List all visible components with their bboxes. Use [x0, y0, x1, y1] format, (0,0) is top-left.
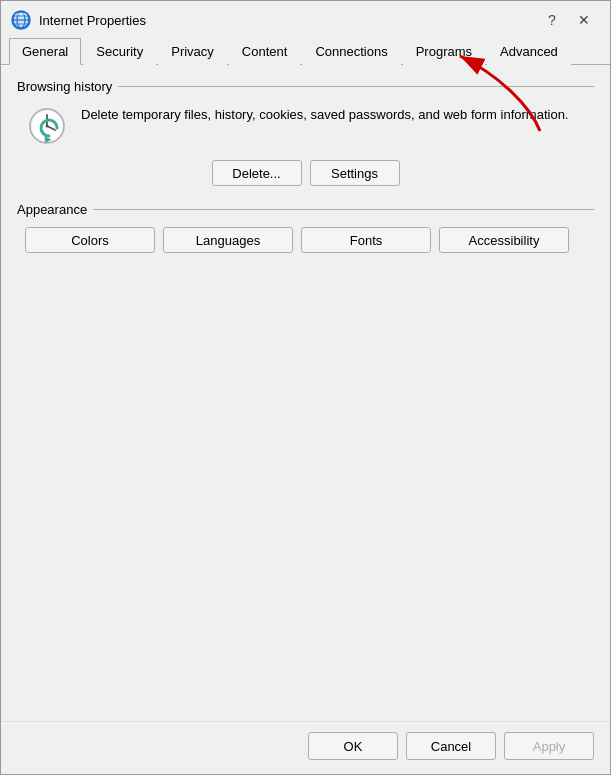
- history-description: Delete temporary files, history, cookies…: [81, 104, 586, 124]
- browsing-history-label-row: Browsing history: [17, 79, 594, 94]
- fonts-button[interactable]: Fonts: [301, 227, 431, 253]
- tab-advanced[interactable]: Advanced: [487, 38, 571, 65]
- accessibility-button[interactable]: Accessibility: [439, 227, 569, 253]
- tab-privacy[interactable]: Privacy: [158, 38, 227, 65]
- clock-icon: [27, 106, 67, 146]
- app-icon: [11, 10, 31, 30]
- appearance-buttons-row: Colors Languages Fonts Accessibility: [17, 227, 594, 253]
- tab-general[interactable]: General: [9, 38, 81, 65]
- settings-button[interactable]: Settings: [310, 160, 400, 186]
- history-row: Delete temporary files, history, cookies…: [17, 104, 594, 148]
- history-icon: [25, 104, 69, 148]
- appearance-label: Appearance: [17, 202, 87, 217]
- title-controls: ? ✕: [538, 9, 598, 31]
- tab-content[interactable]: Content: [229, 38, 301, 65]
- tab-programs[interactable]: Programs: [403, 38, 485, 65]
- title-bar: Internet Properties ? ✕: [1, 1, 610, 37]
- cancel-button[interactable]: Cancel: [406, 732, 496, 760]
- browsing-history-line: [118, 86, 594, 87]
- appearance-label-row: Appearance: [17, 202, 594, 217]
- tab-bar: General Security Privacy Content Connect…: [1, 37, 610, 65]
- close-button[interactable]: ✕: [570, 9, 598, 31]
- colors-button[interactable]: Colors: [25, 227, 155, 253]
- browsing-history-label: Browsing history: [17, 79, 112, 94]
- window-title: Internet Properties: [39, 13, 146, 28]
- history-button-row: Delete... Settings: [17, 160, 594, 186]
- title-bar-left: Internet Properties: [11, 10, 146, 30]
- appearance-line: [93, 209, 594, 210]
- appearance-group: Appearance Colors Languages Fonts Access…: [17, 202, 594, 253]
- tab-connections[interactable]: Connections: [302, 38, 400, 65]
- languages-button[interactable]: Languages: [163, 227, 293, 253]
- apply-button[interactable]: Apply: [504, 732, 594, 760]
- browsing-history-group: Browsing history: [17, 79, 594, 186]
- delete-button[interactable]: Delete...: [212, 160, 302, 186]
- help-button[interactable]: ?: [538, 9, 566, 31]
- content-area: Browsing history: [1, 65, 610, 721]
- tab-security[interactable]: Security: [83, 38, 156, 65]
- ok-button[interactable]: OK: [308, 732, 398, 760]
- internet-properties-window: Internet Properties ? ✕ General Security…: [0, 0, 611, 775]
- bottom-bar: OK Cancel Apply: [1, 721, 610, 774]
- svg-point-11: [46, 125, 49, 128]
